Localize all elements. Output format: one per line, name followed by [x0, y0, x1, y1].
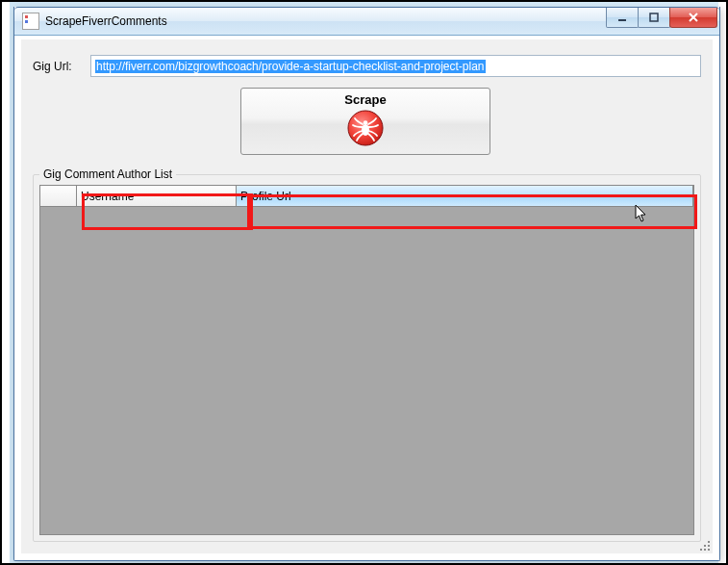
close-button[interactable] — [669, 8, 717, 28]
cursor-icon — [635, 204, 648, 226]
data-grid[interactable]: Username Profile Url — [39, 185, 694, 535]
app-window: ScrapeFiverrComments Gig Url: http://fiv… — [13, 7, 720, 561]
titlebar[interactable]: ScrapeFiverrComments — [14, 7, 719, 36]
column-header-username[interactable]: Username — [77, 186, 237, 207]
groupbox-label: Gig Comment Author List — [39, 167, 176, 181]
row-header-corner[interactable] — [40, 186, 77, 207]
resize-grip-icon — [699, 540, 711, 552]
minimize-button[interactable] — [606, 8, 639, 28]
gig-url-label: Gig Url: — [33, 60, 90, 73]
column-header-username-label: Username — [81, 190, 134, 203]
app-icon — [22, 13, 39, 30]
svg-rect-0 — [618, 19, 626, 21]
grid-header-row: Username Profile Url — [40, 186, 693, 207]
column-header-profile-url-label: Profile Url — [240, 190, 291, 203]
client-area: Gig Url: http://fiverr.com/bizgrowthcoac… — [21, 39, 713, 553]
window-title: ScrapeFiverrComments — [45, 14, 167, 28]
svg-rect-1 — [650, 13, 658, 21]
svg-point-4 — [364, 120, 368, 125]
column-header-profile-url[interactable]: Profile Url — [237, 186, 693, 207]
gig-url-value: http://fiverr.com/bizgrowthcoach/provide… — [95, 60, 486, 73]
gig-url-row: Gig Url: http://fiverr.com/bizgrowthcoac… — [33, 55, 701, 77]
scrape-button[interactable]: Scrape — [240, 88, 490, 155]
scrape-button-label: Scrape — [344, 92, 386, 107]
spider-icon — [346, 109, 385, 147]
maximize-button[interactable] — [638, 8, 670, 28]
window-controls — [607, 8, 717, 27]
author-list-groupbox: Gig Comment Author List Username Profile… — [33, 174, 701, 542]
gig-url-input[interactable]: http://fiverr.com/bizgrowthcoach/provide… — [90, 55, 701, 77]
